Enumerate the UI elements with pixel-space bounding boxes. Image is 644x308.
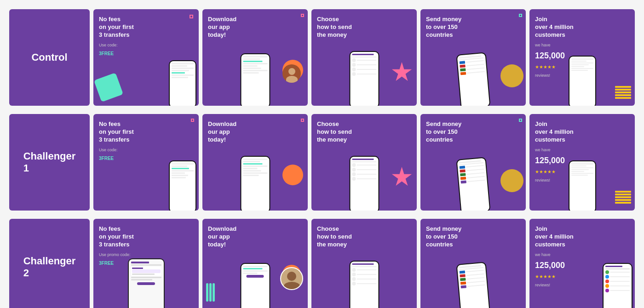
join-card-ch2: Joinover 4 millioncustomers we have 125,… (529, 219, 635, 308)
no-fees-title-ch2: No feeson your first3 transfers (99, 225, 193, 249)
gear-ch1 (500, 169, 523, 192)
download-title-control: Downloadour apptoday! (208, 16, 302, 39)
phone-nofees-ch2 (128, 258, 165, 308)
choose-title-ch2: Choosehow to sendthe money (317, 225, 411, 249)
phone-join-ch1 (569, 160, 596, 211)
choose-card-ch2: Choosehow to sendthe money (311, 219, 417, 308)
phone-nofees-control (169, 60, 196, 106)
person-avatar (282, 64, 301, 83)
send-title-control: Send moneyto over 150countries (426, 16, 520, 39)
join-title-ch2: Joinover 4 millioncustomers (535, 225, 629, 249)
promo-label-ch2: Use promo code: (99, 252, 193, 257)
choose-title-control: Choosehow to sendthe money (317, 16, 411, 39)
no-fees-card-control: No feeson your first3 transfers Use code… (93, 9, 199, 106)
person-photo-ch2 (280, 267, 303, 290)
join-card-control: Joinover 4 millioncustomers we have 125,… (529, 9, 635, 106)
pink-shape-ch1 (391, 167, 412, 188)
challenger1-label-card: Challenger1 (9, 114, 90, 211)
teal-shape (94, 73, 123, 102)
phone-send-ch1 (456, 157, 490, 211)
phone-download-ch1 (240, 156, 270, 211)
promo-label-control: Use code: (99, 43, 193, 47)
download-card-ch2: Downloadour apptoday! (202, 219, 308, 308)
control-label-card: Control (9, 9, 90, 106)
deco-square-1 (190, 15, 193, 18)
no-fees-card-ch2: No feeson your first3 transfers Use prom… (93, 219, 199, 308)
choose-card-control: Choosehow to sendthe money (311, 9, 417, 106)
no-fees-card-ch1: No feeson your first3 transfers Use code… (93, 114, 199, 211)
phone-choose-ch2 (349, 261, 379, 308)
phone-send-control (456, 52, 490, 106)
gear-shape (500, 64, 523, 87)
download-card-control: Downloadour apptoday! (202, 9, 308, 106)
join-title-ch1: Joinover 4 millioncustomers (535, 120, 629, 144)
control-row: Control No feeson your first3 transfers … (9, 9, 635, 106)
send-card-ch1: Send moneyto over 150countries (420, 114, 526, 211)
challenger1-label: Challenger1 (23, 150, 76, 175)
send-title-ch1: Send moneyto over 150countries (426, 120, 520, 144)
promo-label-ch1: Use code: (99, 148, 193, 152)
phone-join-ch2 (603, 263, 632, 308)
send-card-ch2: Send moneyto over 150countries (420, 219, 526, 308)
we-have-ch1: we have (535, 148, 629, 152)
promo-code-control: 3FREE (99, 51, 193, 56)
phone-choose-ch1 (349, 156, 379, 211)
phone-nofees-ch1 (169, 160, 196, 211)
stripes-deco-ch1 (615, 191, 631, 204)
deco-sq-send-ch1 (519, 119, 522, 122)
choose-card-ch1: Choosehow to sendthe money (311, 114, 417, 211)
send-title-ch2: Send moneyto over 150countries (426, 225, 520, 249)
download-card-ch1: Downloadour apptoday! (202, 114, 308, 211)
we-have-control: we have (535, 43, 629, 47)
phone-choose-control (349, 51, 379, 106)
challenger1-row: Challenger1 No feeson your first3 transf… (9, 114, 635, 211)
no-fees-title-control: No feeson your first3 transfers (99, 16, 193, 39)
join-title-control: Joinover 4 millioncustomers (535, 16, 629, 39)
phone-download-control (240, 53, 270, 106)
stripes-deco (615, 86, 631, 99)
phone-download-ch2 (240, 263, 270, 308)
choose-title-ch1: Choosehow to sendthe money (317, 120, 411, 144)
phone-join-control (569, 56, 596, 106)
challenger2-row: Challenger2 No feeson your first3 transf… (9, 219, 635, 308)
join-card-ch1: Joinover 4 millioncustomers we have 125,… (529, 114, 635, 211)
deco-sq-ch1-nf (191, 119, 194, 122)
challenger2-label: Challenger2 (23, 255, 76, 279)
no-fees-title-ch1: No feeson your first3 transfers (99, 120, 193, 144)
teal-stripes-ch2 (206, 283, 215, 302)
deco-sq-send (519, 14, 522, 17)
orange-blob-ch1 (282, 165, 303, 185)
we-have-ch2: we have (535, 252, 629, 257)
send-card-control: Send moneyto over 150countries (420, 9, 526, 106)
main-grid: Control No feeson your first3 transfers … (9, 9, 635, 308)
download-title-ch1: Downloadour apptoday! (208, 120, 302, 144)
phone-send-ch2 (456, 262, 490, 308)
challenger2-label-card: Challenger2 (9, 219, 90, 308)
pink-shape (391, 62, 412, 83)
control-label: Control (31, 51, 67, 63)
deco-sq-ch1-dl (301, 119, 304, 122)
deco-sq-dl (301, 14, 304, 17)
download-title-ch2: Downloadour apptoday! (208, 225, 302, 249)
